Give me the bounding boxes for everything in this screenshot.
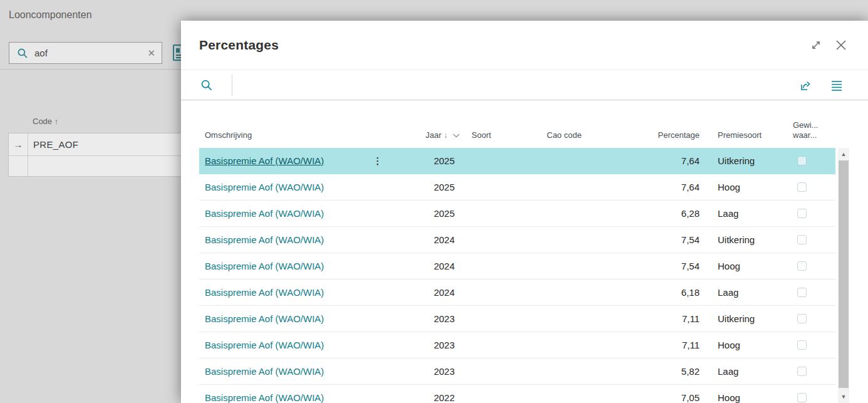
omschrijving-link[interactable]: Basispremie Aof (WAO/WIA) bbox=[205, 366, 324, 377]
table-row[interactable] bbox=[9, 156, 188, 176]
omschrijving-link[interactable]: Basispremie Aof (WAO/WIA) bbox=[205, 155, 324, 166]
percentage-cell: 5,82 bbox=[617, 359, 708, 385]
cao-code-cell bbox=[539, 148, 617, 174]
row-menu-cell: ⋮ bbox=[365, 332, 390, 359]
table-row[interactable]: Basispremie Aof (WAO/WIA) ⋮ 2025 6,28 La… bbox=[199, 201, 835, 227]
row-menu-cell: ⋮ bbox=[365, 227, 390, 253]
chevron-down-icon[interactable] bbox=[453, 131, 460, 137]
row-menu-cell: ⋮ bbox=[365, 174, 390, 201]
soort-cell bbox=[463, 148, 539, 174]
close-dialog-button[interactable] bbox=[833, 37, 849, 53]
table-row[interactable]: Basispremie Aof (WAO/WIA) ⋮ 2024 7,54 Ui… bbox=[199, 227, 835, 253]
omschrijving-link[interactable]: Basispremie Aof (WAO/WIA) bbox=[205, 234, 324, 245]
column-header-percentage[interactable]: Percentage bbox=[617, 130, 708, 140]
cao-code-cell bbox=[539, 359, 617, 385]
divider bbox=[0, 69, 181, 70]
share-icon bbox=[798, 78, 812, 92]
column-header-cao-code[interactable]: Cao code bbox=[539, 130, 617, 140]
row-menu-cell: ⋮ bbox=[365, 148, 390, 174]
omschrijving-link[interactable]: Basispremie Aof (WAO/WIA) bbox=[205, 340, 324, 350]
share-button[interactable] bbox=[798, 78, 813, 93]
soort-cell bbox=[463, 201, 539, 227]
soort-cell bbox=[463, 332, 539, 359]
omschrijving-cell: Basispremie Aof (WAO/WIA) bbox=[199, 359, 365, 385]
omschrijving-cell: Basispremie Aof (WAO/WIA) bbox=[199, 332, 365, 359]
cao-code-cell bbox=[539, 280, 617, 306]
jaar-cell: 2025 bbox=[390, 148, 463, 174]
row-menu-cell: ⋮ bbox=[365, 306, 390, 332]
table-row[interactable]: Basispremie Aof (WAO/WIA) ⋮ 2025 7,64 Ui… bbox=[199, 148, 835, 174]
omschrijving-link[interactable]: Basispremie Aof (WAO/WIA) bbox=[205, 261, 324, 271]
search-value: aof bbox=[34, 48, 147, 58]
table-row[interactable]: → PRE_AOF bbox=[9, 133, 188, 156]
vertical-scrollbar[interactable]: ▲ ▼ bbox=[838, 148, 849, 403]
percentage-cell: 7,05 bbox=[617, 385, 708, 403]
omschrijving-cell: Basispremie Aof (WAO/WIA) bbox=[199, 306, 365, 332]
omschrijving-link[interactable]: Basispremie Aof (WAO/WIA) bbox=[205, 208, 324, 219]
soort-cell bbox=[463, 359, 539, 385]
sort-asc-icon: ↑ bbox=[54, 117, 59, 126]
search-button[interactable] bbox=[199, 78, 214, 93]
column-header-gewijzigde-waarde[interactable]: Gewi... waar... bbox=[786, 120, 835, 140]
column-header-soort[interactable]: Soort bbox=[463, 130, 539, 140]
row-menu-cell: ⋮ bbox=[365, 359, 390, 385]
table-row[interactable]: Basispremie Aof (WAO/WIA) ⋮ 2025 7,64 Ho… bbox=[199, 174, 835, 201]
table-row[interactable]: Basispremie Aof (WAO/WIA) ⋮ 2023 5,82 La… bbox=[199, 359, 835, 385]
code-cell: PRE_AOF bbox=[33, 139, 78, 150]
gewijzigde-waarde-cell bbox=[786, 227, 835, 253]
omschrijving-link[interactable]: Basispremie Aof (WAO/WIA) bbox=[205, 182, 324, 192]
table-row[interactable]: Basispremie Aof (WAO/WIA) ⋮ 2024 7,54 Ho… bbox=[199, 253, 835, 280]
table-row[interactable]: Basispremie Aof (WAO/WIA) ⋮ 2023 7,11 Ho… bbox=[199, 332, 835, 359]
premiesoort-cell: Laag bbox=[708, 359, 786, 385]
gewijzigde-waarde-checkbox bbox=[797, 235, 807, 244]
dialog-title: Percentages bbox=[199, 38, 799, 53]
scrollbar-thumb[interactable] bbox=[839, 160, 849, 388]
dialog-header: Percentages bbox=[181, 21, 868, 70]
search-input[interactable]: aof ✕ bbox=[9, 42, 162, 64]
looncomponenten-table: → PRE_AOF bbox=[8, 133, 188, 177]
premiesoort-cell: Hoog bbox=[708, 174, 786, 201]
premiesoort-cell: Laag bbox=[708, 280, 786, 306]
table-body: Basispremie Aof (WAO/WIA) ⋮ 2025 7,64 Ui… bbox=[199, 148, 835, 403]
omschrijving-cell: Basispremie Aof (WAO/WIA) bbox=[199, 227, 365, 253]
expand-icon bbox=[810, 39, 822, 51]
column-header-premiesoort[interactable]: Premiesoort bbox=[708, 130, 786, 140]
column-header-omschrijving[interactable]: Omschrijving bbox=[199, 130, 365, 140]
percentage-cell: 7,11 bbox=[617, 332, 708, 359]
search-icon bbox=[200, 79, 213, 92]
gewijzigde-waarde-checkbox bbox=[797, 261, 807, 271]
close-icon bbox=[835, 39, 847, 51]
cao-code-cell bbox=[539, 253, 617, 280]
gewijzigde-waarde-cell bbox=[786, 306, 835, 332]
toolbar-divider bbox=[232, 75, 232, 96]
row-menu-cell: ⋮ bbox=[365, 253, 390, 280]
scroll-down-icon[interactable]: ▼ bbox=[838, 392, 849, 402]
code-column-header[interactable]: Code ↑ bbox=[33, 117, 58, 126]
premiesoort-cell: Uitkering bbox=[708, 227, 786, 253]
clear-search-icon[interactable]: ✕ bbox=[147, 48, 155, 59]
scroll-up-icon[interactable]: ▲ bbox=[838, 149, 849, 159]
omschrijving-link[interactable]: Basispremie Aof (WAO/WIA) bbox=[205, 392, 324, 403]
omschrijving-link[interactable]: Basispremie Aof (WAO/WIA) bbox=[205, 287, 324, 298]
page-title: Looncomponenten bbox=[9, 9, 92, 21]
column-header-jaar[interactable]: Jaar ↓ bbox=[390, 130, 463, 140]
omschrijving-cell: Basispremie Aof (WAO/WIA) bbox=[199, 201, 365, 227]
jaar-cell: 2025 bbox=[390, 201, 463, 227]
gewijzigde-waarde-checkbox bbox=[797, 340, 807, 350]
jaar-cell: 2025 bbox=[390, 174, 463, 201]
list-view-button[interactable] bbox=[829, 78, 844, 93]
gewijzigde-waarde-checkbox bbox=[797, 288, 807, 297]
expand-dialog-button[interactable] bbox=[808, 37, 824, 53]
table-row[interactable]: Basispremie Aof (WAO/WIA) ⋮ 2023 7,11 Ui… bbox=[199, 306, 835, 332]
context-menu-icon[interactable]: ⋮ bbox=[373, 155, 383, 167]
jaar-cell: 2024 bbox=[390, 227, 463, 253]
omschrijving-link[interactable]: Basispremie Aof (WAO/WIA) bbox=[205, 313, 324, 324]
gewijzigde-waarde-checkbox bbox=[797, 209, 807, 218]
cao-code-cell bbox=[539, 201, 617, 227]
percentage-cell: 6,28 bbox=[617, 201, 708, 227]
premiesoort-cell: Uitkering bbox=[708, 306, 786, 332]
table-row[interactable]: Basispremie Aof (WAO/WIA) ⋮ 2024 6,18 La… bbox=[199, 280, 835, 306]
jaar-cell: 2023 bbox=[390, 332, 463, 359]
row-pointer-icon: → bbox=[9, 139, 28, 150]
table-row[interactable]: Basispremie Aof (WAO/WIA) ⋮ 2022 7,05 Ho… bbox=[199, 385, 835, 403]
